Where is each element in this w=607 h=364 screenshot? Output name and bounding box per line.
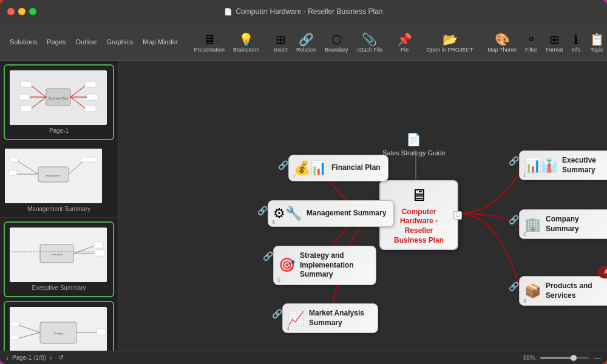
- company-summary-icon: 🏢: [524, 217, 541, 232]
- link-icon-5[interactable]: 🔗: [263, 251, 273, 261]
- svg-rect-20: [10, 157, 18, 162]
- page-thumb-2[interactable]: Management Management Summary: [0, 144, 118, 218]
- nav-graphics[interactable]: Graphics: [101, 36, 138, 48]
- node-number-2: 2: [523, 231, 526, 237]
- toolbar-format[interactable]: ⊞ Format: [542, 30, 567, 54]
- market-label: Market AnalysisSummary: [309, 309, 364, 328]
- svg-rect-11: [21, 106, 32, 112]
- page-thumb-3[interactable]: Executive Executive Summary: [4, 221, 114, 297]
- svg-rect-14: [85, 106, 96, 112]
- node-market-analysis[interactable]: 📈 Market AnalysisSummary 4 🔗: [282, 303, 378, 333]
- financial-plan-icon: 💰📊: [294, 160, 327, 176]
- toolbar-pin[interactable]: 📌 Pin: [393, 30, 416, 54]
- content-area: Business Plan: [0, 61, 607, 351]
- toolbar-boundary[interactable]: ⬡ Boundary: [321, 30, 352, 54]
- node-management-summary[interactable]: ⚙🔧 Management Summary 6 🔗: [268, 200, 394, 227]
- link-icon-6[interactable]: 🔗: [257, 206, 268, 215]
- svg-rect-22: [81, 157, 97, 162]
- toolbar-insert[interactable]: ⊞ Insert: [271, 30, 292, 54]
- node-products-services[interactable]: 📦 Products and Services 3 🔗 □: [519, 276, 607, 306]
- node-number-5: 5: [277, 277, 280, 283]
- zoom-handle[interactable]: [571, 355, 577, 361]
- canvas[interactable]: 📄 Sales Strategy Guide 🖥 ComputerHardwar…: [118, 61, 607, 351]
- nav-solutions[interactable]: Solutions: [5, 36, 42, 48]
- sales-guide-label: Sales Strategy Guide: [382, 149, 446, 157]
- nav-outline[interactable]: Outline: [70, 36, 101, 48]
- market-icon: 📈: [288, 311, 304, 326]
- strategy-icon: 🎯: [279, 257, 295, 273]
- toolbar-info[interactable]: ℹ Info: [568, 30, 585, 54]
- toolbar-attach-file[interactable]: 📎 Attach File: [353, 30, 387, 54]
- exec-summary-label: Executive Summary: [562, 156, 607, 175]
- nav-pages[interactable]: Pages: [42, 36, 70, 48]
- traffic-lights: [7, 8, 36, 15]
- link-icon-4[interactable]: 🔗: [272, 309, 282, 318]
- svg-text:Executive: Executive: [52, 253, 63, 256]
- node-executive-summary[interactable]: 📊👔 Executive Summary 1 🔗: [519, 150, 607, 180]
- zoom-slider-fill: [540, 357, 572, 359]
- mgmt-summary-label: Management Summary: [307, 209, 386, 218]
- link-icon-3[interactable]: 🔗: [509, 281, 519, 291]
- sidebar: Business Plan: [0, 61, 118, 351]
- center-node-icon: 🖥: [410, 185, 427, 205]
- main-window: 📄 Computer Hardware - Reseller Business …: [0, 0, 607, 364]
- statusbar-left: ‹ Page-1 (1/8) › ↺: [6, 354, 64, 362]
- node-number-3: 3: [523, 298, 526, 304]
- page-thumb-4[interactable]: Strategy Strategy and Implementation Su.…: [4, 301, 114, 351]
- close-button[interactable]: [7, 8, 15, 15]
- link-icon-7[interactable]: 🔗: [278, 160, 288, 170]
- center-expand-button[interactable]: □: [453, 211, 462, 220]
- file-icon: 📄: [224, 8, 232, 16]
- minimize-button[interactable]: [18, 8, 25, 15]
- exec-summary-icon: 📊👔: [524, 158, 557, 174]
- svg-rect-29: [95, 250, 104, 256]
- sales-guide-icon: 📄: [406, 132, 421, 147]
- svg-rect-12: [85, 81, 96, 87]
- node-number-7: 7: [293, 174, 296, 180]
- node-strategy-implementation[interactable]: 🎯 Strategy andImplementationSummary 5 🔗: [273, 246, 376, 285]
- toolbar-topic[interactable]: 📋 Topic: [586, 30, 607, 54]
- mgmt-summary-icon: ⚙🔧: [273, 206, 302, 221]
- svg-text:Business Plan: Business Plan: [49, 96, 68, 100]
- sales-guide-node[interactable]: 📄 Sales Strategy Guide: [382, 132, 446, 157]
- prev-page-button[interactable]: ‹: [6, 354, 8, 362]
- svg-rect-37: [10, 335, 19, 340]
- products-label: Products and Services: [546, 281, 607, 300]
- refresh-button[interactable]: ↺: [58, 354, 64, 362]
- toolbar-brainstorm[interactable]: 💡 Brainstorm: [229, 30, 263, 54]
- strategy-label: Strategy andImplementationSummary: [300, 251, 354, 280]
- toolbar-filter[interactable]: ⚬ Filter: [521, 30, 541, 54]
- thumb-image-1: Business Plan: [10, 70, 107, 125]
- page-thumb-1[interactable]: Business Plan: [4, 64, 114, 140]
- zoom-out-icon[interactable]: —: [594, 354, 601, 362]
- thumb-image-2: Management: [5, 149, 102, 203]
- page-2-label: Management Summary: [5, 206, 113, 212]
- toolbar-presentation[interactable]: 🖥 Presentation: [190, 30, 228, 54]
- badge-analyze-competitors[interactable]: Analyze Competitors: [598, 266, 607, 278]
- window-title: 📄 Computer Hardware - Reseller Business …: [224, 7, 382, 16]
- svg-rect-36: [11, 322, 19, 326]
- toolbar-open-project[interactable]: 📂 Open in PROJECT: [423, 30, 476, 54]
- node-number-6: 6: [272, 219, 275, 225]
- maximize-button[interactable]: [29, 8, 36, 15]
- node-financial-plan[interactable]: 💰📊 Financial Plan 7 🔗: [288, 155, 388, 181]
- node-company-summary[interactable]: 🏢 Company Summary 2 🔗: [519, 209, 607, 239]
- company-summary-label: Company Summary: [546, 215, 607, 234]
- toolbar-relation[interactable]: 🔗 Relation: [293, 30, 320, 54]
- svg-rect-13: [87, 94, 98, 100]
- link-icon-1[interactable]: 🔗: [509, 156, 519, 166]
- thumb-image-4: Strategy: [10, 307, 107, 351]
- nav-mapminder[interactable]: Map Minder: [138, 36, 183, 48]
- titlebar: 📄 Computer Hardware - Reseller Business …: [0, 0, 607, 23]
- products-icon: 📦: [524, 283, 541, 299]
- toolbar-map-theme[interactable]: 🎨 Map Theme: [484, 30, 520, 54]
- svg-text:Management: Management: [46, 174, 61, 177]
- svg-text:Strategy: Strategy: [54, 332, 63, 335]
- node-number-1: 1: [523, 172, 526, 178]
- page-1-label: Page-1: [10, 127, 108, 134]
- zoom-level: 88%: [523, 354, 535, 361]
- link-icon-2[interactable]: 🔗: [509, 215, 519, 224]
- next-page-button[interactable]: ›: [50, 354, 52, 362]
- svg-rect-10: [19, 94, 30, 100]
- zoom-slider[interactable]: [540, 357, 589, 359]
